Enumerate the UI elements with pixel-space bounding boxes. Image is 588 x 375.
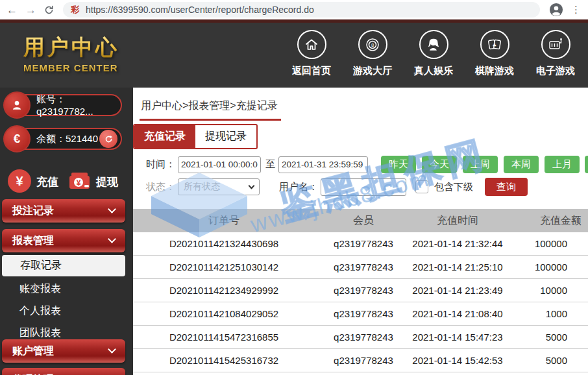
game-hall-icon: 8 [358,30,387,59]
menu-label: 代理管理 [12,373,54,375]
live-casino-icon [419,30,448,59]
col-member: 会员 [315,214,412,228]
board-cards-icon: ♣ [480,30,509,59]
cell-charge-amount: 5000 [503,355,588,366]
col-charge-time: 充值时间 [412,214,503,228]
profile-icon[interactable] [549,3,563,17]
withdraw-button[interactable]: 提现 [96,175,118,189]
nav-item-board-cards[interactable]: ♣ 棋牌游戏 [471,30,518,77]
cell-charge-time: 2021-01-14 21:32:44 [412,238,503,249]
cell-order-no: D2021011421324430698 [133,238,315,249]
balance-label: 余额：521440 [36,133,98,145]
site-header: 用户中心 MEMBER CENTER 返回首页 8 游戏大 [0,19,588,88]
search-button[interactable]: 查询 [485,178,528,196]
nav-item-home[interactable]: 返回首页 [288,30,335,77]
sidebar-item-team-report[interactable]: 团队报表 [19,326,61,340]
submenu-label: 账变报表 [19,283,61,294]
deposit-icon[interactable]: ¥ [8,169,31,193]
table-row: D2021011415472316855 q2319778243 2021-01… [133,326,588,349]
cell-charge-amount: 5000 [503,332,588,343]
cell-charge-time: 2021-01-14 21:23:49 [412,285,503,296]
refresh-balance-icon[interactable] [99,130,117,148]
chevron-down-icon [249,183,255,189]
tab-withdraw-records[interactable]: 提现记录 [195,125,256,148]
page: 用户中心 MEMBER CENTER 返回首页 8 游戏大 [0,19,588,375]
table-header: 订单号 会员 充值时间 充值金额 [133,209,588,232]
cell-member: q2319778243 [315,261,412,272]
status-select[interactable]: 所有状态 [178,178,260,195]
nav-label: 返回首页 [292,65,331,77]
date-from-input[interactable] [178,156,261,173]
url-input[interactable] [84,4,532,16]
today-button[interactable]: 今天 [422,156,457,173]
col-order-no: 订单号 [133,214,315,228]
status-label: 状态： [146,181,175,193]
yesterday-button[interactable]: 昨天 [381,156,416,173]
withdraw-icon[interactable]: ¥ [69,172,92,194]
browser-back-icon[interactable]: ← [6,5,18,16]
sidebar-item-bet-records[interactable]: 投注记录 [2,199,125,223]
submenu-label: 团队报表 [19,327,61,338]
cell-charge-time: 2021-01-14 21:08:40 [412,308,503,319]
menu-label: 账户管理 [12,345,54,358]
svg-text:8: 8 [371,42,374,47]
nav-label: 真人娱乐 [414,65,453,77]
charge-record-table: 订单号 会员 充值时间 充值金额 D2021011421324430698 q2… [133,209,588,372]
svg-text:♣: ♣ [493,42,496,47]
sidebar-item-agent-mgmt[interactable]: 代理管理 [2,368,125,375]
nav-label: 电子游戏 [536,65,575,77]
record-tabs: 充值记录 提现记录 [133,124,258,149]
header-top-strip [0,19,588,23]
this-week-button[interactable]: 本周 [504,156,539,173]
sidebar-item-deposit-withdraw-records[interactable]: 存取记录 [2,255,125,276]
table-row: D2021011421084029052 q2319778243 2021-01… [133,302,588,326]
filter-row-time: 时间： 至 昨天 今天 上周 本周 上月 [146,156,580,173]
logo-subtitle: MEMBER CENTER [23,62,119,73]
browser-refresh-icon[interactable] [44,5,54,15]
last-month-button[interactable]: 上月 [545,156,580,173]
sidebar-item-account-change-report[interactable]: 账变报表 [19,282,61,296]
logo-title: 用户中心 [23,36,119,58]
cell-order-no: D2021011421084029052 [133,308,315,319]
filter-row-status: 状态： 所有状态 用户名： 包含下级 查询 [146,178,528,196]
nav-item-live-casino[interactable]: 真人娱乐 [410,30,457,77]
sidebar-item-account-mgmt[interactable]: 账户管理 [2,339,125,363]
site-favicon: 彩 [71,4,79,16]
url-bar[interactable]: 彩 [63,2,540,18]
include-sub-label: 包含下级 [434,181,473,193]
date-to-input[interactable] [278,156,368,173]
tab-charge-records[interactable]: 充值记录 [134,125,195,148]
clipped-quick-button[interactable] [585,156,588,173]
time-label: 时间： [146,158,175,171]
svg-text:¥: ¥ [77,178,81,187]
cell-charge-amount: 100000 [503,238,588,249]
browser-forward-icon[interactable]: → [25,5,36,16]
nav-item-game-hall[interactable]: 8 游戏大厅 [349,30,396,77]
username-input[interactable] [321,178,406,196]
browser-menu-icon[interactable]: ⋮ [571,4,582,16]
cell-member: q2319778243 [315,332,412,343]
cell-order-no: D2021011415472316855 [133,332,315,343]
cell-member: q2319778243 [315,308,412,319]
menu-label: 投注记录 [12,204,54,218]
site-logo: 用户中心 MEMBER CENTER [23,36,119,73]
nav-item-slots[interactable]: 电子游戏 [532,30,579,77]
cell-charge-time: 2021-01-14 15:47:23 [412,332,503,343]
sidebar-item-report-mgmt[interactable]: 报表管理 [2,229,125,252]
deposit-button[interactable]: 充值 [36,175,58,189]
table-row: D2021011421324430698 q2319778243 2021-01… [133,232,588,256]
sidebar: 账号：q23197782... € 余额：521440 ¥ 充值 ¥ 提现 [0,88,133,375]
cell-charge-amount: 100000 [503,261,588,272]
balance-pill: € 余额：521440 [5,128,122,150]
table-row: D2021011421251030142 q2319778243 2021-01… [133,256,588,279]
cell-member: q2319778243 [315,238,412,249]
menu-label: 报表管理 [12,234,54,248]
last-week-button[interactable]: 上周 [463,156,498,173]
account-pill: 账号：q23197782... [5,94,122,116]
slots-icon [541,30,570,59]
sidebar-item-personal-report[interactable]: 个人报表 [19,304,61,318]
browser-toolbar: ← → 彩 ⋮ [0,0,588,19]
cell-charge-amount: 1000 [503,308,588,319]
include-sub-checkbox[interactable] [415,180,428,193]
cell-charge-time: 2021-01-14 15:42:53 [412,355,503,366]
